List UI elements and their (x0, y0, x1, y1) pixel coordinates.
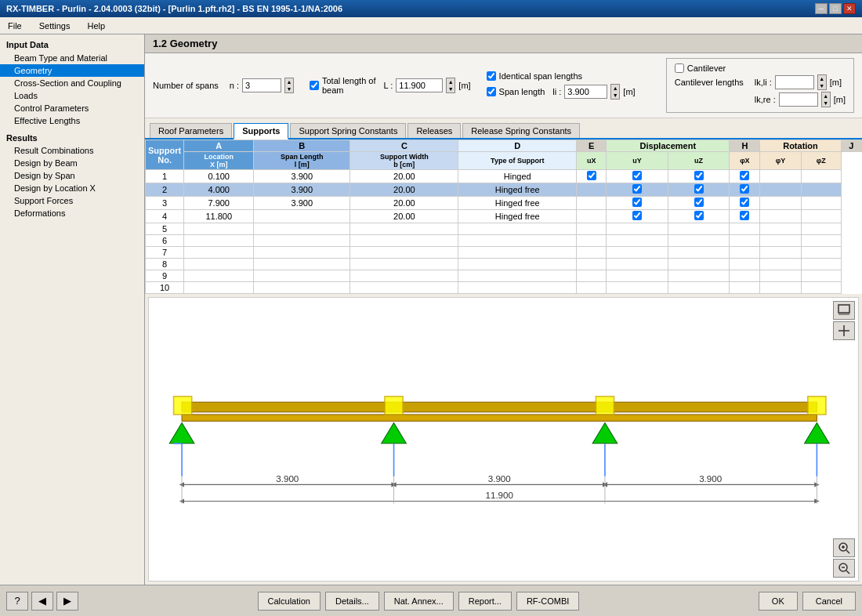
help-button[interactable]: ? (6, 592, 28, 611)
details-button[interactable]: Details... (325, 592, 379, 611)
tab-supports[interactable]: Supports (234, 123, 288, 140)
sidebar-item-effective-lengths[interactable]: Effective Lengths (0, 114, 144, 127)
sidebar-item-beam-type[interactable]: Beam Type and Material (0, 52, 144, 64)
n-label: n : (230, 81, 239, 90)
col-span-length-header: Span Lengthl [m] (254, 152, 350, 170)
menu-help[interactable]: Help (82, 20, 110, 32)
cantilever-checkbox[interactable] (675, 63, 684, 73)
cantilever-lengths-row: Cantilever lengths lk,li : ▲ ▼ [m] (675, 74, 846, 90)
svg-marker-18 (805, 422, 830, 443)
sidebar-input-header: Input Data (0, 38, 144, 52)
svg-marker-12 (382, 422, 407, 443)
svg-rect-6 (182, 402, 817, 412)
lk-re-value[interactable] (779, 92, 818, 107)
maximize-button[interactable]: □ (829, 3, 842, 14)
nat-annex-button[interactable]: Nat. Annex... (384, 592, 454, 611)
sidebar-item-cross-section[interactable]: Cross-Section and Coupling (0, 77, 144, 89)
calculation-button[interactable]: Calculation (258, 592, 321, 611)
col-J-header: J (841, 140, 861, 152)
col-H-header: H (730, 140, 760, 152)
li-spinner[interactable]: ▲ ▼ (610, 84, 620, 100)
span-group: Identical span lengths Span length li : … (487, 71, 636, 100)
sidebar-item-support-forces[interactable]: Support Forces (0, 194, 144, 207)
li-up-arrow[interactable]: ▲ (611, 85, 619, 92)
svg-text:3.900: 3.900 (276, 474, 299, 484)
rf-combi-button[interactable]: RF-COMBI (516, 592, 579, 611)
sidebar-item-control[interactable]: Control Parameters (0, 102, 144, 114)
n-value-box[interactable]: 3 (242, 78, 281, 92)
n-down-arrow[interactable]: ▼ (285, 85, 293, 92)
n-up-arrow[interactable]: ▲ (285, 78, 293, 85)
n-spinner[interactable]: ▲ ▼ (284, 78, 294, 93)
sidebar-item-design-by-beam[interactable]: Design by Beam (0, 157, 144, 169)
table-row[interactable]: 10 (146, 282, 862, 294)
sidebar-item-deformations[interactable]: Deformations (0, 207, 144, 219)
prev-button[interactable]: ◀ (31, 592, 53, 611)
L-value-box[interactable]: 11.900 (396, 78, 443, 92)
table-row[interactable]: 7 (146, 247, 862, 259)
sidebar-item-design-by-span[interactable]: Design by Span (0, 169, 144, 182)
bottom-center-buttons: Calculation Details... Nat. Annex... Rep… (258, 592, 580, 611)
total-length-checkbox[interactable] (310, 81, 319, 90)
table-row[interactable]: 5 (146, 223, 862, 235)
svg-marker-8 (169, 422, 194, 443)
lk-li-value[interactable] (775, 75, 814, 89)
table-row[interactable]: 10.1003.90020.00Hinged (146, 170, 862, 183)
col-location-header: LocationX [m] (184, 152, 254, 170)
sidebar-item-design-by-location[interactable]: Design by Location X (0, 182, 144, 194)
svg-rect-7 (182, 415, 817, 421)
window-controls: ─ □ ✕ (815, 3, 856, 14)
svg-line-38 (846, 571, 849, 574)
minimize-button[interactable]: ─ (815, 3, 828, 14)
diagram-btn-1[interactable] (833, 301, 855, 320)
identical-span-group: Identical span lengths (487, 71, 636, 81)
svg-text:11.900: 11.900 (486, 491, 513, 500)
lk-re-row: Cantilever lengths lk,re : ▲ ▼ [m] (675, 92, 846, 107)
tabs-row: Roof Parameters Supports Support Spring … (145, 118, 862, 140)
next-button[interactable]: ▶ (56, 592, 78, 611)
lk-re-spinner[interactable]: ▲ ▼ (821, 92, 831, 107)
num-spans-group: Number of spans n : 3 ▲ ▼ (153, 78, 294, 93)
table-row[interactable]: 37.9003.90020.00Hinged free (146, 197, 862, 210)
report-button[interactable]: Report... (458, 592, 512, 611)
li-value-box[interactable]: 3.900 (564, 85, 607, 99)
col-phiX-header: φX (730, 152, 760, 170)
table-row[interactable]: 9 (146, 270, 862, 282)
table-row[interactable]: 6 (146, 235, 862, 247)
close-button[interactable]: ✕ (843, 3, 856, 14)
col-support-width-header: Support Widthb [cm] (350, 152, 458, 170)
sidebar-item-result-combinations[interactable]: Result Combinations (0, 144, 144, 157)
sidebar-item-loads[interactable]: Loads (0, 89, 144, 102)
L-spinner[interactable]: ▲ ▼ (446, 78, 455, 93)
zoom-out-button[interactable] (833, 559, 855, 578)
tab-roof-parameters[interactable]: Roof Parameters (150, 123, 232, 138)
col-C-header: C (350, 140, 458, 152)
tab-release-spring-constants[interactable]: Release Spring Constants (462, 123, 580, 138)
total-length-group: Total length ofbeam L : 11.900 ▲ ▼ [m] (310, 76, 471, 95)
table-row[interactable]: 24.0003.90020.00Hinged free (146, 183, 862, 197)
lk-re-label: lk,re : (755, 95, 776, 104)
menu-file[interactable]: File (3, 20, 27, 32)
table-row[interactable]: 8 (146, 259, 862, 270)
params-row: Number of spans n : 3 ▲ ▼ Total length o… (145, 53, 862, 118)
tab-releases[interactable]: Releases (407, 123, 461, 138)
ok-button[interactable]: OK (759, 592, 798, 611)
diagram-bottom-buttons (833, 538, 855, 578)
L-down-arrow[interactable]: ▼ (447, 85, 455, 92)
col-displacement-header: Displacement (607, 140, 730, 152)
sidebar-item-geometry[interactable]: Geometry (0, 64, 144, 77)
diagram-toolbar (833, 301, 855, 340)
cancel-button[interactable]: Cancel (802, 592, 856, 611)
col-A-header: A (184, 140, 254, 152)
menu-settings[interactable]: Settings (34, 20, 75, 32)
identical-span-checkbox[interactable] (487, 71, 496, 81)
li-down-arrow[interactable]: ▼ (611, 92, 619, 99)
tab-support-spring-constants[interactable]: Support Spring Constants (290, 123, 406, 138)
zoom-in-button[interactable] (833, 538, 855, 557)
li-unit: [m] (623, 87, 635, 96)
lk-li-spinner[interactable]: ▲ ▼ (817, 74, 827, 90)
span-length-checkbox[interactable] (487, 87, 496, 96)
diagram-btn-2[interactable] (833, 321, 855, 340)
L-up-arrow[interactable]: ▲ (447, 78, 455, 85)
table-row[interactable]: 411.80020.00Hinged free (146, 210, 862, 223)
